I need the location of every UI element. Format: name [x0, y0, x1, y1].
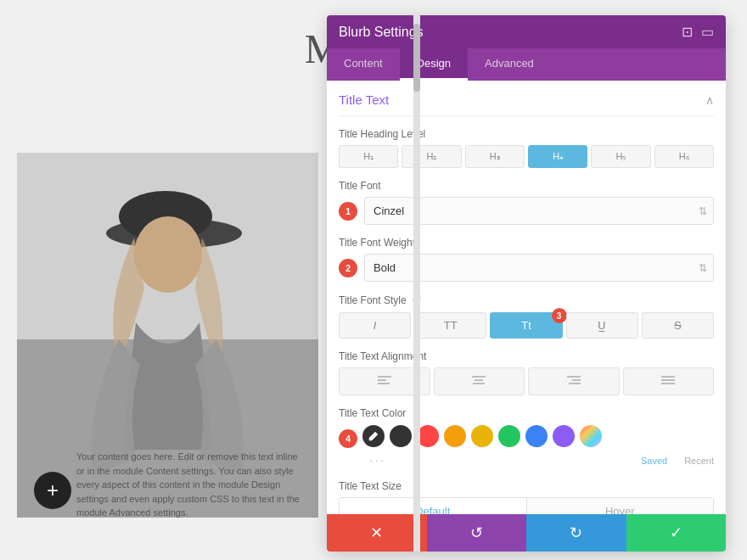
- collapse-icon[interactable]: ∧: [705, 93, 714, 107]
- text-size-row: Title Text Size Default Hover 0px 5: [339, 480, 714, 514]
- more-colors-dots[interactable]: ···: [369, 453, 385, 468]
- panel-title: Blurb Settings: [339, 25, 424, 40]
- font-weight-label: Title Font Weight: [339, 237, 714, 249]
- color-black-swatch[interactable]: [390, 425, 412, 447]
- color-saved-label: Saved: [641, 456, 667, 466]
- style-caps-btn[interactable]: TT: [414, 312, 486, 339]
- heading-h4-btn[interactable]: H₄: [528, 145, 587, 168]
- align-center-btn[interactable]: [434, 367, 525, 395]
- text-alignment-row: Title Text Alignment: [339, 350, 714, 395]
- align-right-btn[interactable]: [528, 367, 620, 395]
- body-text: Your content goes here. Edit or remove t…: [76, 450, 306, 520]
- color-more-row: ··· Saved Recent: [339, 453, 714, 468]
- section-title: Title Text: [339, 92, 389, 107]
- text-color-label: Title Text Color: [339, 407, 714, 419]
- step-3-badge: 3: [552, 308, 567, 323]
- heading-h5-btn[interactable]: H₅: [591, 145, 650, 168]
- font-weight-row: Title Font Weight 2 Bold ⇅: [339, 237, 714, 282]
- add-button[interactable]: +: [34, 472, 71, 509]
- tabs-bar: Content Design Advanced: [327, 48, 726, 81]
- size-tab-default[interactable]: Default: [340, 498, 526, 514]
- color-gradient-swatch[interactable]: [580, 425, 602, 447]
- tab-design[interactable]: Design: [400, 48, 468, 81]
- font-input-row: 1 Cinzel ⇅: [339, 197, 714, 225]
- reset-button[interactable]: ↺: [427, 514, 527, 552]
- alignment-buttons: [339, 367, 714, 395]
- heading-h3-btn[interactable]: H₃: [465, 145, 525, 168]
- panel-footer: ✕ ↺ ↻ ✓: [327, 514, 726, 552]
- style-titlecase-btn[interactable]: Tt 3: [490, 312, 562, 339]
- fullscreen-icon[interactable]: ⊡: [682, 24, 693, 40]
- tab-content[interactable]: Content: [327, 48, 400, 81]
- heading-h2-btn[interactable]: H₂: [402, 145, 461, 168]
- color-yellow-swatch[interactable]: [471, 425, 493, 447]
- panel-body: Title Text ∧ Title Heading Level H₁ H₂ H…: [327, 81, 726, 514]
- style-underline-btn[interactable]: U̲: [566, 312, 638, 339]
- heading-h1-btn[interactable]: H₁: [339, 145, 398, 168]
- align-justify-btn[interactable]: [623, 367, 715, 395]
- font-style-label: Title Font Style ↺: [339, 294, 714, 307]
- redo-button[interactable]: ↻: [526, 514, 626, 552]
- blurb-settings-panel: Blurb Settings ⊡ ▭ Content Design Advanc…: [327, 15, 726, 552]
- color-pen-swatch[interactable]: [362, 425, 385, 447]
- font-style-buttons: I TT Tt 3 U̲ S: [339, 312, 714, 339]
- heading-h6-btn[interactable]: H₆: [654, 145, 714, 168]
- color-green-swatch[interactable]: [498, 425, 520, 447]
- step-4-badge: 4: [339, 429, 357, 448]
- panel-header-icons: ⊡ ▭: [682, 24, 714, 40]
- font-row: Title Font 1 Cinzel ⇅: [339, 180, 714, 225]
- section-header: Title Text ∧: [339, 81, 714, 116]
- font-label: Title Font: [339, 180, 714, 192]
- heading-level-buttons: H₁ H₂ H₃ H₄ H₅ H₆: [339, 145, 714, 168]
- font-style-row: Title Font Style ↺ I TT Tt 3 U̲ S: [339, 294, 714, 339]
- text-color-row: Title Text Color 4 ··· Sa: [339, 407, 714, 468]
- tab-advanced[interactable]: Advanced: [468, 48, 551, 81]
- color-swatches-row: 4: [339, 424, 714, 448]
- color-recent-label: Recent: [684, 456, 714, 466]
- panel-header: Blurb Settings ⊡ ▭: [327, 15, 726, 48]
- color-purple-swatch[interactable]: [553, 425, 575, 447]
- cancel-button[interactable]: ✕: [327, 514, 427, 552]
- svg-point-5: [134, 216, 202, 293]
- size-tab-hover[interactable]: Hover: [526, 498, 714, 514]
- color-orange-swatch[interactable]: [444, 425, 466, 447]
- heading-level-label: Title Heading Level: [339, 128, 714, 140]
- color-blue-swatch[interactable]: [525, 425, 548, 447]
- scrollbar-thumb[interactable]: [413, 24, 420, 92]
- heading-level-row: Title Heading Level H₁ H₂ H₃ H₄ H₅ H₆: [339, 128, 714, 168]
- style-italic-btn[interactable]: I: [339, 312, 411, 339]
- style-strikethrough-btn[interactable]: S: [642, 312, 714, 339]
- minimize-icon[interactable]: ▭: [701, 24, 714, 40]
- step-1-badge: 1: [339, 202, 357, 221]
- font-weight-input-row: 2 Bold ⇅: [339, 254, 714, 282]
- save-button[interactable]: ✓: [626, 514, 727, 552]
- text-size-label: Title Text Size: [339, 480, 714, 492]
- step-2-badge: 2: [339, 259, 357, 277]
- text-alignment-label: Title Text Alignment: [339, 350, 714, 362]
- size-tabs: Default Hover: [339, 497, 714, 514]
- scrollbar-track: [413, 15, 420, 552]
